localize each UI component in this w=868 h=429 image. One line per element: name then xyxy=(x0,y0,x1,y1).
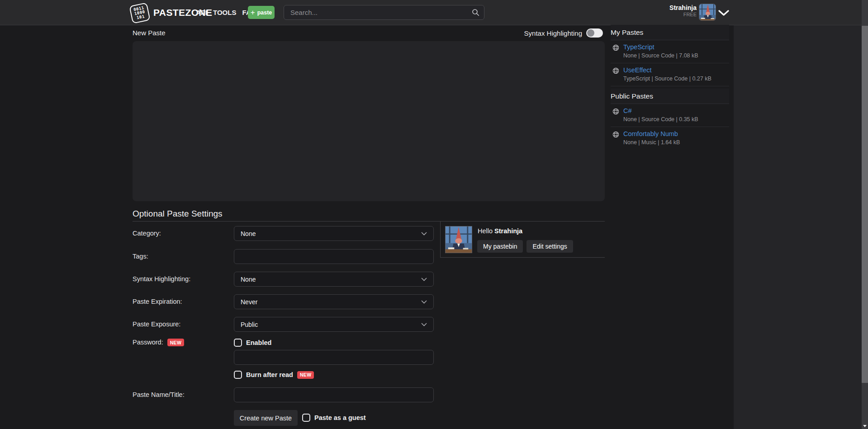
nav-link-tools[interactable]: TOOLS xyxy=(213,9,236,16)
category-label: Category: xyxy=(133,230,161,237)
paste-list-item[interactable]: Comfortably NumbNone | Music | 1.64 kB xyxy=(611,127,729,150)
greeting-username: Strahinja xyxy=(494,227,522,235)
exposure-label: Paste Exposure: xyxy=(133,321,180,328)
edit-settings-button[interactable]: Edit settings xyxy=(526,240,573,253)
password-input[interactable] xyxy=(234,350,434,365)
globe-icon xyxy=(612,131,619,146)
syntax-select[interactable]: None xyxy=(234,272,434,287)
syntax-label: Syntax Highlighting: xyxy=(133,275,190,283)
search-icon xyxy=(472,9,479,18)
burn-after-read-checkbox[interactable] xyxy=(234,371,242,379)
paste-link[interactable]: C# xyxy=(623,107,698,115)
sidebar-section: My PastesTypeScriptNone | Source Code | … xyxy=(609,25,734,86)
syntax-highlighting-toggle-row: Syntax Highlighting xyxy=(524,28,603,38)
syntax-highlighting-toggle[interactable] xyxy=(586,28,603,38)
greeting-word: Hello xyxy=(478,227,493,235)
burn-after-read-label: Burn after read xyxy=(246,371,293,378)
globe-icon xyxy=(612,44,619,59)
avatar xyxy=(699,4,716,21)
paste-link[interactable]: Comfortably Numb xyxy=(623,130,680,138)
expiration-value: Never xyxy=(241,298,257,306)
navbar: 0011 1000 101 PASTEZONE API TOOLS FAQ + … xyxy=(0,0,868,25)
toggle-knob xyxy=(587,29,594,37)
search-box xyxy=(284,5,484,20)
paste-as-guest-row: Paste as a guest xyxy=(302,414,366,422)
paste-meta: None | Music | 1.64 kB xyxy=(623,139,680,146)
tags-input[interactable] xyxy=(234,249,434,264)
globe-icon xyxy=(612,67,619,82)
user-card-buttons: My pastebin Edit settings xyxy=(477,240,573,253)
paste-link[interactable]: TypeScript xyxy=(623,43,698,51)
optional-settings-title: Optional Paste Settings xyxy=(133,209,223,219)
user-name: Strahinja xyxy=(642,4,697,11)
password-label: Password: xyxy=(133,339,163,346)
sidebar-section-title: Public Pastes xyxy=(611,89,729,104)
scrollbar-down-arrow[interactable] xyxy=(863,425,867,427)
syntax-value: None xyxy=(241,276,256,283)
chevron-down-icon xyxy=(421,300,427,304)
paste-textarea[interactable] xyxy=(133,41,605,201)
chevron-down-icon xyxy=(421,323,427,326)
chevron-down-icon[interactable] xyxy=(718,9,729,18)
enabled-label: Enabled xyxy=(246,339,271,346)
search-input[interactable] xyxy=(284,5,484,20)
nav-links: API TOOLS FAQ xyxy=(196,0,256,25)
logo[interactable]: 0011 1000 101 xyxy=(129,3,149,23)
paste-meta: None | Source Code | 7.08 kB xyxy=(623,52,698,59)
logo-line: 101 xyxy=(136,14,145,20)
create-paste-button[interactable]: Create new Paste xyxy=(234,410,298,426)
new-paste-title: New Paste xyxy=(133,29,166,37)
tags-label: Tags: xyxy=(133,253,148,260)
sidebar: My PastesTypeScriptNone | Source Code | … xyxy=(609,25,734,150)
paste-meta: TypeScript | Source Code | 0.27 kB xyxy=(623,75,711,82)
scrollbar-thumb[interactable] xyxy=(862,26,868,383)
paste-button-label: paste xyxy=(257,9,272,16)
new-badge: NEW xyxy=(167,339,184,346)
paste-name-input[interactable] xyxy=(234,387,434,402)
user-info: Strahinja FREE xyxy=(642,4,697,18)
sidebar-section: Public PastesC#None | Source Code | 0.35… xyxy=(609,89,734,150)
user-plan-badge: FREE xyxy=(642,11,697,18)
paste-name-label: Paste Name/Title: xyxy=(133,391,185,399)
chevron-down-icon xyxy=(421,278,427,281)
my-pastebin-button[interactable]: My pastebin xyxy=(477,240,523,253)
expiration-select[interactable]: Never xyxy=(234,294,434,309)
app: 0011 1000 101 PASTEZONE API TOOLS FAQ + … xyxy=(0,0,868,429)
exposure-value: Public xyxy=(241,321,258,328)
binary-logo-icon: 0011 1000 101 xyxy=(129,2,150,24)
paste-list-item[interactable]: C#None | Source Code | 0.35 kB xyxy=(611,104,729,127)
password-enabled-checkbox[interactable] xyxy=(234,339,242,347)
category-select[interactable]: None xyxy=(234,226,434,241)
paste-as-guest-checkbox[interactable] xyxy=(302,414,310,422)
password-label-row: Password: NEW xyxy=(133,339,184,346)
chevron-down-icon xyxy=(421,232,427,236)
exposure-select[interactable]: Public xyxy=(234,317,434,332)
avatar xyxy=(445,226,472,253)
new-badge: NEW xyxy=(297,371,314,379)
new-paste-button[interactable]: + paste xyxy=(248,6,275,19)
paste-list-item[interactable]: UseEffectTypeScript | Source Code | 0.27… xyxy=(611,63,729,86)
paste-link[interactable]: UseEffect xyxy=(623,66,711,74)
greeting: Hello Strahinja xyxy=(478,227,522,235)
syntax-toggle-label: Syntax Highlighting xyxy=(524,29,582,37)
expiration-label: Paste Expiration: xyxy=(133,298,182,306)
scrollbar[interactable] xyxy=(862,0,868,429)
nav-link-api[interactable]: API xyxy=(196,9,207,16)
user-card: Hello Strahinja My pastebin Edit setting… xyxy=(440,222,605,258)
password-enabled-row: Enabled xyxy=(234,339,271,347)
globe-icon xyxy=(612,108,619,123)
category-value: None xyxy=(241,230,256,237)
paste-list-item[interactable]: TypeScriptNone | Source Code | 7.08 kB xyxy=(611,40,729,63)
paste-as-guest-label: Paste as a guest xyxy=(314,414,366,421)
sidebar-section-title: My Pastes xyxy=(611,25,729,40)
burn-after-read-row: Burn after read NEW xyxy=(234,371,314,379)
paste-meta: None | Source Code | 0.35 kB xyxy=(623,116,698,123)
plus-icon: + xyxy=(251,9,255,16)
